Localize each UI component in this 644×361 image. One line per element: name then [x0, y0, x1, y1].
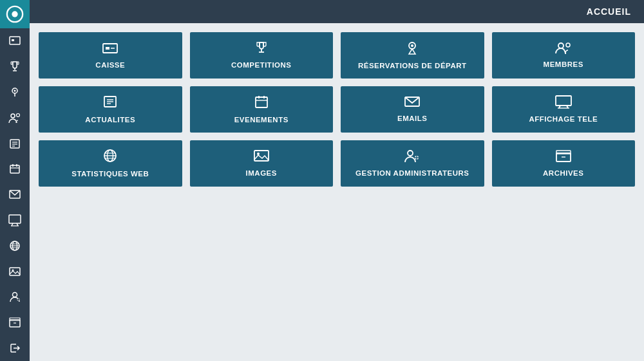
actualites-tile-label: ACTUALITES	[85, 116, 135, 125]
tiles-grid: CAISSECOMPETITIONSRÉSERVATIONS DE DÉPART…	[39, 32, 635, 187]
main-area: ACCUEIL CAISSECOMPETITIONSRÉSERVATIONS D…	[30, 0, 644, 361]
caisse-tile-icon	[102, 41, 118, 57]
gestion-tile-icon	[403, 149, 421, 165]
news-sidebar-icon[interactable]	[0, 131, 30, 156]
images-tile[interactable]: IMAGES	[190, 140, 334, 187]
membres-tile[interactable]: MEMBRES	[492, 32, 636, 79]
stats-tile-label: STATISTIQUES WEB	[71, 170, 149, 179]
svg-point-8	[11, 114, 15, 118]
stats-tile[interactable]: STATISTIQUES WEB	[39, 140, 182, 187]
svg-point-30	[13, 293, 17, 297]
svg-point-1	[12, 11, 17, 17]
sidebar	[0, 0, 30, 361]
svg-rect-3	[12, 39, 14, 41]
affichage-tile-label: AFFICHAGE TELE	[529, 115, 598, 124]
gestion-tile-label: GESTION ADMINISTRATEURS	[355, 169, 469, 178]
email-sidebar-icon[interactable]	[0, 181, 30, 207]
header: ACCUEIL	[30, 0, 644, 23]
caisse-tile-label: CAISSE	[95, 61, 125, 70]
person-sidebar-icon[interactable]	[0, 284, 30, 310]
actualites-tile-icon	[102, 94, 118, 112]
pin-sidebar-icon[interactable]	[0, 79, 30, 105]
trophy-sidebar-icon[interactable]	[0, 53, 30, 79]
stats-tile-icon	[102, 148, 118, 166]
caisse-tile[interactable]: CAISSE	[39, 32, 182, 79]
svg-point-44	[558, 43, 564, 48]
gestion-tile[interactable]: GESTION ADMINISTRATEURS	[341, 140, 484, 187]
members-sidebar-icon[interactable]	[0, 105, 30, 131]
competitions-tile-icon	[254, 41, 269, 57]
image-sidebar-icon[interactable]	[0, 259, 30, 284]
svg-point-43	[411, 44, 413, 47]
images-tile-icon	[253, 149, 270, 165]
competitions-tile[interactable]: COMPETITIONS	[190, 32, 334, 79]
archives-tile-label: ARCHIVES	[543, 169, 583, 178]
evenements-tile-label: EVENEMENTS	[234, 116, 289, 125]
svg-rect-2	[10, 37, 20, 44]
membres-tile-icon	[554, 41, 573, 57]
membres-tile-label: MEMBRES	[544, 60, 583, 69]
svg-rect-50	[256, 97, 267, 107]
emails-tile[interactable]: EMAILS	[341, 86, 484, 133]
archives-tile[interactable]: ARCHIVES	[492, 140, 636, 187]
svg-rect-38	[106, 47, 109, 50]
svg-point-45	[566, 43, 570, 47]
logout-sidebar-icon[interactable]	[0, 335, 30, 361]
svg-rect-64	[254, 151, 269, 161]
svg-point-7	[14, 90, 16, 92]
competitions-tile-label: COMPETITIONS	[231, 61, 292, 70]
evenements-tile-icon	[254, 94, 269, 112]
reservations-tile-icon	[405, 40, 419, 58]
emails-tile-icon	[404, 95, 421, 111]
images-tile-label: IMAGES	[246, 169, 277, 178]
page-title: ACCUEIL	[587, 6, 631, 17]
svg-rect-28	[10, 268, 20, 275]
svg-rect-14	[10, 165, 19, 173]
svg-rect-19	[9, 215, 21, 223]
reservations-tile[interactable]: RÉSERVATIONS DE DÉPART	[341, 32, 484, 79]
affichage-tile[interactable]: AFFICHAGE TELE	[492, 86, 636, 133]
archives-tile-icon	[555, 149, 572, 165]
affichage-tile-icon	[554, 95, 573, 111]
monitor-sidebar-icon[interactable]	[0, 207, 30, 233]
svg-point-9	[17, 113, 20, 116]
reservations-tile-label: RÉSERVATIONS DE DÉPART	[358, 62, 467, 71]
content-area: CAISSECOMPETITIONSRÉSERVATIONS DE DÉPART…	[30, 23, 644, 361]
globe-sidebar-icon[interactable]	[0, 233, 30, 259]
archive-sidebar-icon[interactable]	[0, 310, 30, 335]
actualites-tile[interactable]: ACTUALITES	[39, 86, 182, 133]
cashier-sidebar-icon[interactable]	[0, 28, 30, 54]
svg-rect-37	[103, 44, 117, 53]
svg-rect-55	[556, 96, 571, 106]
svg-point-66	[408, 151, 413, 156]
calendar-sidebar-icon[interactable]	[0, 156, 30, 182]
emails-tile-label: EMAILS	[397, 115, 427, 124]
evenements-tile[interactable]: EVENEMENTS	[190, 86, 334, 133]
logo-button[interactable]	[0, 0, 30, 28]
